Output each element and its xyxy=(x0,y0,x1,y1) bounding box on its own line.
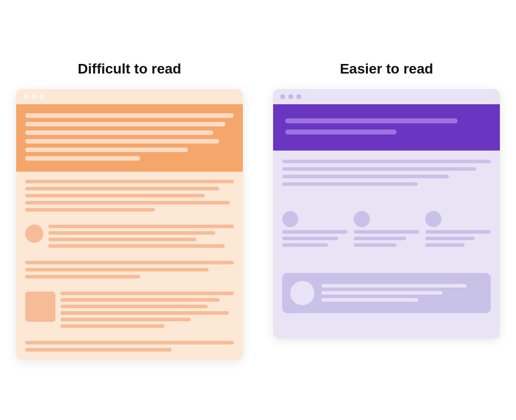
right-card-1-avatar xyxy=(282,211,298,227)
left-body-line-8 xyxy=(25,275,140,278)
left-card-row xyxy=(25,225,234,248)
left-dot-3 xyxy=(39,94,44,99)
right-featured-line-3 xyxy=(321,298,418,302)
left-hero-line-5 xyxy=(25,148,188,152)
left-img-line-4 xyxy=(60,311,229,315)
right-body-line-1 xyxy=(282,160,491,163)
right-hero-section xyxy=(273,104,500,151)
right-card-3-line-3 xyxy=(425,243,465,247)
left-dot-1 xyxy=(23,94,28,99)
right-featured-avatar xyxy=(290,281,314,305)
left-dot-2 xyxy=(31,94,36,99)
left-img-line-1 xyxy=(60,292,234,295)
right-body-line-2 xyxy=(282,167,476,171)
left-body-line-4 xyxy=(25,201,230,204)
right-card-3-avatar xyxy=(425,211,441,227)
right-featured-lines xyxy=(321,284,483,302)
left-card-line-2 xyxy=(48,231,215,235)
right-card-2-line-2 xyxy=(354,237,406,240)
right-card-2 xyxy=(354,211,419,247)
left-browser-bar xyxy=(16,89,243,104)
right-browser-bar xyxy=(273,89,500,104)
right-dot-3 xyxy=(296,94,301,99)
left-image-row xyxy=(25,292,234,328)
left-card-line-1 xyxy=(48,225,234,228)
right-body-line-3 xyxy=(282,175,449,178)
right-card-1-line-3 xyxy=(282,243,328,247)
left-hero-line-4 xyxy=(25,139,219,144)
right-hero-line-1 xyxy=(285,118,458,123)
left-img-line-3 xyxy=(60,305,208,308)
left-body-line-1 xyxy=(25,180,234,183)
left-hero-line-1 xyxy=(25,113,234,118)
right-dot-2 xyxy=(288,94,293,99)
right-card-3-line-2 xyxy=(425,237,475,240)
left-img-line-6 xyxy=(60,324,164,328)
right-featured-line-1 xyxy=(321,284,467,288)
right-title: Easier to read xyxy=(340,61,433,77)
right-column: Easier to read xyxy=(273,61,500,338)
left-image-lines xyxy=(60,292,234,328)
right-featured-card xyxy=(282,273,491,313)
left-footer-line-2 xyxy=(25,348,171,352)
left-img-line-2 xyxy=(60,298,220,302)
right-card-2-avatar xyxy=(354,211,370,227)
left-card-line-4 xyxy=(48,244,225,248)
right-cards-grid xyxy=(282,211,491,247)
left-avatar xyxy=(25,225,43,243)
right-dot-1 xyxy=(280,94,285,99)
right-card-1-line-1 xyxy=(282,230,348,234)
right-card-1-line-2 xyxy=(282,237,338,240)
right-body-section xyxy=(273,151,500,338)
left-img-line-5 xyxy=(60,318,190,321)
main-container: Difficult to read xyxy=(16,61,500,360)
right-card-3 xyxy=(425,211,491,247)
right-body-line-4 xyxy=(282,182,418,186)
left-body-line-2 xyxy=(25,187,219,190)
left-body-line-5 xyxy=(25,208,155,212)
left-column: Difficult to read xyxy=(16,61,243,360)
left-hero-section xyxy=(16,104,243,172)
left-body-line-7 xyxy=(25,268,209,271)
right-featured-line-2 xyxy=(321,291,442,295)
left-hero-line-2 xyxy=(25,122,225,126)
left-footer-line-1 xyxy=(25,341,234,344)
left-body-section xyxy=(16,172,243,360)
left-body-line-6 xyxy=(25,261,234,264)
left-hero-line-3 xyxy=(25,130,213,135)
left-card-line-3 xyxy=(48,238,197,241)
left-body-line-3 xyxy=(25,194,205,197)
left-card-lines xyxy=(48,225,234,248)
right-card-2-line-3 xyxy=(354,243,397,247)
right-card-3-line-1 xyxy=(425,230,491,234)
left-browser xyxy=(16,89,243,360)
left-image-thumb xyxy=(25,292,55,322)
right-card-1 xyxy=(282,211,348,247)
right-browser xyxy=(273,89,500,338)
right-hero-line-2 xyxy=(285,129,397,134)
right-card-2-line-1 xyxy=(354,230,419,234)
left-hero-line-6 xyxy=(25,156,140,161)
left-title: Difficult to read xyxy=(78,61,181,77)
